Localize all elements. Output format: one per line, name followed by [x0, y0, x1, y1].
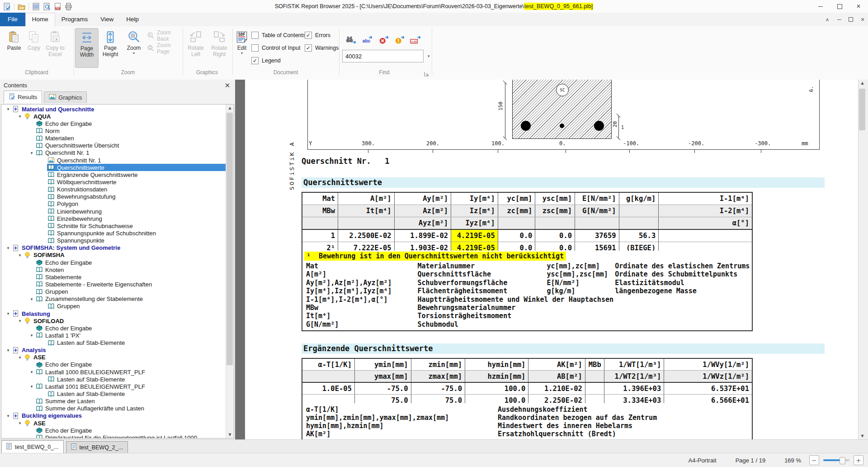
find-input[interactable] [343, 53, 428, 60]
maximize-button[interactable] [830, 0, 849, 13]
tree-item[interactable]: Knoten [1, 266, 226, 273]
expand-arrow-icon[interactable]: ▾ [16, 114, 24, 119]
tab-file[interactable]: File [0, 13, 25, 26]
tree-item[interactable]: ▾ASE [1, 419, 226, 427]
print-preview-icon[interactable] [43, 3, 51, 10]
tab-results[interactable]: Results [4, 91, 42, 103]
scroll-up-icon[interactable]: ▲ [859, 80, 866, 86]
tree-item[interactable]: Spannungspunkte [1, 237, 226, 244]
scrollbar-thumb[interactable] [226, 113, 233, 365]
tab-help[interactable]: Help [120, 13, 145, 26]
scroll-down-icon[interactable]: ▼ [859, 433, 866, 439]
tree-item[interactable]: Echo der Eingabe [1, 324, 226, 332]
tree-item[interactable]: ▾Lastfall 1001 BEULEIGENWERT_PLF [1, 383, 226, 390]
page-height-button[interactable]: Page Height [99, 28, 122, 67]
find-dialog-launcher-icon[interactable] [424, 70, 429, 75]
rotate-left-button[interactable]: Rotate Left [184, 28, 207, 67]
tree-item[interactable]: Stabelemente - Erweiterte Eigenschaften [1, 281, 226, 288]
tree-scrollbar[interactable]: ▲ ▼ [226, 105, 234, 438]
tree-item[interactable]: Bewehrungsabstufung [1, 193, 226, 200]
tree-item[interactable]: Echo der Eingabe [1, 427, 226, 434]
next-error-button[interactable] [378, 34, 391, 45]
tree-item[interactable]: ▾ASE [1, 354, 226, 361]
tree-item[interactable]: ▾SOFiLOAD [1, 317, 226, 324]
tree-item[interactable]: Echo der Eingabe [1, 120, 226, 127]
next-number-button[interactable]: 1:23 [410, 34, 422, 45]
zoom-back-button[interactable]: Zoom Back [147, 31, 182, 41]
expand-arrow-icon[interactable]: ▾ [28, 151, 35, 155]
mdi-restore-icon[interactable] [847, 16, 854, 23]
rotate-right-button[interactable]: Rotate Right [208, 28, 231, 67]
tree-item[interactable]: ▾Querschnitt Nr. 1 [1, 149, 226, 157]
scroll-up-icon[interactable]: ▲ [226, 105, 234, 111]
minimize-button[interactable] [811, 0, 830, 13]
tree-item[interactable]: Lasten auf Stab-Elemente [1, 390, 226, 397]
tree-item[interactable]: ▾Analysis [1, 347, 226, 354]
export-pdf-icon[interactable]: PDF [54, 3, 61, 10]
new-report-check-icon[interactable] [3, 3, 11, 10]
zoom-out-button[interactable]: − [809, 455, 819, 465]
tree-item[interactable]: ▾Belastung [1, 310, 226, 317]
mdi-close-icon[interactable]: ✕ [859, 16, 866, 23]
tree-item[interactable]: Lasten auf Stab-Elemente [1, 339, 226, 347]
combobox-dropdown-icon[interactable]: ▾ [428, 54, 430, 58]
copy-button[interactable]: Copy [24, 28, 44, 67]
tree-item[interactable]: ▾Lastfall 1000 BEULEIGENWERT_PLF [1, 368, 226, 376]
tree-item[interactable]: Wölbquerschnittswerte [1, 178, 226, 186]
tab-graphics[interactable]: Graphics [44, 91, 87, 103]
expand-arrow-icon[interactable]: ▾ [5, 311, 12, 316]
expand-arrow-icon[interactable]: ▾ [16, 253, 24, 257]
tree-item[interactable]: Querschnittswerte [1, 164, 226, 171]
tree-item[interactable]: Schnitte für Schubnachweise [1, 222, 226, 229]
page-width-button[interactable]: Page Width [75, 28, 99, 68]
find-combobox[interactable]: ▾ [342, 50, 424, 62]
tree-item[interactable]: Linienbewehrung [1, 208, 226, 215]
legend-checkbox[interactable]: ✓ Legend [251, 57, 281, 64]
tree-item[interactable]: Ergänzende Querschnittswerte [1, 171, 226, 178]
tree-item[interactable]: ▾Lastfall 1 'PX' [1, 332, 226, 339]
tree-item[interactable]: Summe der Lasten [1, 398, 226, 405]
scrollbar-thumb[interactable] [859, 89, 865, 130]
tree-item[interactable]: Querschnitt Nr. 1 [1, 157, 226, 164]
expand-arrow-icon[interactable]: ▾ [28, 384, 35, 389]
table-of-contents-checkbox[interactable]: Table of Contents [251, 32, 306, 39]
tab-home[interactable]: Home [25, 13, 55, 26]
expand-arrow-icon[interactable]: ▾ [28, 297, 35, 301]
expand-arrow-icon[interactable]: ▾ [5, 348, 12, 353]
tree-item[interactable]: Primärzustand für die Eigenwertermittlun… [1, 434, 226, 438]
mdi-minimize-icon[interactable] [835, 16, 843, 23]
print-icon[interactable] [65, 3, 72, 10]
expand-arrow-icon[interactable]: ▾ [16, 421, 24, 425]
next-warning-button[interactable] [394, 34, 406, 45]
tree-item[interactable]: ▾Buckling eigenvalues [1, 412, 226, 419]
report-table-icon[interactable] [32, 3, 40, 10]
collapse-ribbon-icon[interactable]: ∧ [824, 16, 831, 23]
find-text-next-button[interactable]: abc [362, 34, 375, 45]
tree-item[interactable]: Einzelbewehrung [1, 215, 226, 222]
tree-item[interactable]: Lasten auf Stab-Elemente [1, 376, 226, 383]
tree-item[interactable]: ▾Zusammenstellung der Stabelemente [1, 295, 226, 303]
tree-item[interactable]: Querschnittswerte Übersicht [1, 142, 226, 149]
copy-to-excel-button[interactable]: X Copy to Excel [42, 28, 68, 67]
tab-view[interactable]: View [94, 13, 120, 26]
tree-item[interactable]: Polygon [1, 200, 226, 208]
edit-button[interactable]: SOF Edit ▾ [232, 28, 251, 67]
zoom-button[interactable]: Zoom ▾ [123, 28, 145, 67]
tree-item[interactable]: ▾Material und Querschnitte [1, 105, 226, 113]
tree-item[interactable]: Summe der Auflager­kräfte und Lasten [1, 405, 226, 412]
tree-item[interactable]: Echo der Eingabe [1, 361, 226, 368]
expand-arrow-icon[interactable]: ▾ [5, 246, 12, 250]
doc-tab-2[interactable]: test_BEWQ_2_... [66, 441, 128, 453]
expand-arrow-icon[interactable]: ▾ [28, 333, 35, 338]
document-scrollbar[interactable]: ▲ ▼ [858, 80, 868, 439]
expand-arrow-icon[interactable]: ▾ [16, 355, 24, 360]
tree-item[interactable]: Stabelemente [1, 273, 226, 281]
find-next-button[interactable] [345, 34, 358, 45]
tree-item[interactable]: Gruppen [1, 288, 226, 295]
doc-tab-1[interactable]: test_BEWQ_0_... [1, 440, 64, 453]
tree-item[interactable]: Konstruktionsdaten [1, 186, 226, 193]
expand-arrow-icon[interactable]: ▾ [16, 319, 24, 323]
warnings-checkbox[interactable]: ✓ Warnings [305, 44, 339, 52]
control-of-input-checkbox[interactable]: Control of Input [251, 44, 300, 52]
scroll-down-icon[interactable]: ▼ [226, 431, 234, 438]
